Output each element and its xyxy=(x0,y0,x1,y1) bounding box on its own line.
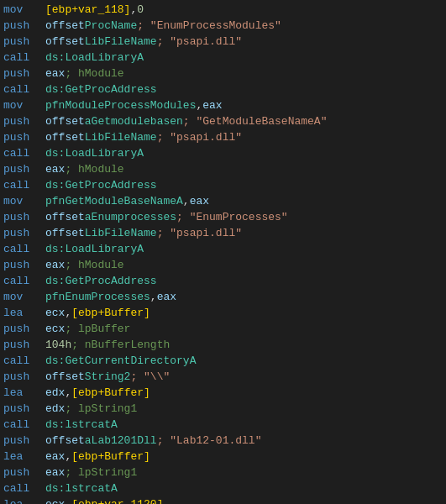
operand-part: eax xyxy=(45,67,65,80)
operand-part: offset xyxy=(45,131,85,144)
operand-part: offset xyxy=(45,19,85,32)
mnemonic: call xyxy=(3,83,45,96)
operand-part: ds:GetProcAddress xyxy=(45,179,157,192)
mnemonic: mov xyxy=(3,99,45,112)
operand-part: eax xyxy=(45,466,65,479)
operand-part: ; hModule xyxy=(65,67,123,80)
mnemonic: call xyxy=(3,179,45,192)
table-row: call ds:LoadLibraryA xyxy=(0,147,446,163)
table-row: mov pfnGetModuleBaseNameA, eax xyxy=(0,195,446,211)
operand-part: , xyxy=(65,450,71,463)
operand-part: pfnEnumProcesses xyxy=(45,291,150,303)
operand-part: offset xyxy=(45,370,85,383)
operand-part: [ebp+Buffer] xyxy=(71,307,150,319)
operand-part: ; "psapi.dll" xyxy=(157,131,242,144)
operand-part: ds:LoadLibraryA xyxy=(45,147,144,160)
mnemonic: call xyxy=(3,51,45,64)
operand-part: ds:LoadLibraryA xyxy=(45,243,144,255)
operand-part: LibFileName xyxy=(85,227,157,239)
operand-part: edx xyxy=(45,402,65,415)
operand-part: ProcName xyxy=(85,19,137,32)
mnemonic: push xyxy=(3,131,45,144)
operand-part: ecx xyxy=(45,323,65,335)
table-row: push offset LibFileName ; "psapi.dll" xyxy=(0,131,446,147)
operand-part: ds:LoadLibraryA xyxy=(45,51,144,64)
table-row: lea eax, [ebp+Buffer] xyxy=(0,450,446,466)
table-row: mov pfnModuleProcessModules, eax xyxy=(0,99,446,115)
table-row: push offset aEnumprocesses ; "EnumProces… xyxy=(0,211,446,227)
operand-part: edx xyxy=(45,386,65,399)
operand-part: ; "psapi.dll" xyxy=(157,227,242,239)
mnemonic: push xyxy=(3,323,45,335)
operand-part: [ebp+var_118] xyxy=(45,3,130,16)
table-row: mov pfnEnumProcesses, eax xyxy=(0,291,446,307)
table-row: call ds:LoadLibraryA xyxy=(0,51,446,67)
operand-part: pfnModuleProcessModules xyxy=(45,99,196,112)
mnemonic: mov xyxy=(3,3,45,16)
table-row: push ecx ; lpBuffer xyxy=(0,323,446,339)
mnemonic: call xyxy=(3,243,45,255)
table-row: call ds:lstrcatA xyxy=(0,482,446,498)
mnemonic: lea xyxy=(3,498,45,504)
operand-part: [ebp+Buffer] xyxy=(71,450,150,463)
operand-part: eax xyxy=(190,195,209,207)
mnemonic: lea xyxy=(3,307,45,319)
table-row: call ds:GetProcAddress xyxy=(0,179,446,195)
operand-part: , xyxy=(65,307,71,319)
mnemonic: push xyxy=(3,163,45,176)
operand-part: , xyxy=(150,291,157,303)
table-row: push offset LibFileName ; "psapi.dll" xyxy=(0,227,446,243)
operand-part: aLab1201Dll xyxy=(85,434,157,447)
table-row: call ds:LoadLibraryA xyxy=(0,243,446,259)
table-row: push offset LibFileName ; "psapi.dll" xyxy=(0,35,446,51)
operand-part: , xyxy=(65,386,71,399)
table-row: lea ecx, [ebp+Buffer] xyxy=(0,307,446,323)
operand-part: ds:lstrcatA xyxy=(45,418,118,431)
operand-part: aEnumprocesses xyxy=(85,211,176,223)
operand-part: ds:GetCurrentDirectoryA xyxy=(45,354,196,367)
mnemonic: call xyxy=(3,275,45,287)
operand-part: offset xyxy=(45,227,85,239)
operand-part: LibFileName xyxy=(85,131,157,144)
table-row: call ds:lstrcatA xyxy=(0,418,446,434)
mnemonic: push xyxy=(3,227,45,239)
operand-part: ecx xyxy=(45,498,65,504)
operand-part: aGetmodulebasen xyxy=(85,115,183,128)
operand-part: ecx xyxy=(45,307,65,319)
operand-part: , xyxy=(65,498,71,504)
table-row: push offset ProcName ; "EnumProcessModul… xyxy=(0,19,446,35)
operand-part: , xyxy=(130,3,137,16)
operand-part: eax xyxy=(157,291,176,303)
operand-part: [ebp+Buffer] xyxy=(71,386,150,399)
mnemonic: push xyxy=(3,402,45,415)
operand-part: ; "EnumProcesses" xyxy=(176,211,288,223)
mnemonic: push xyxy=(3,466,45,479)
operand-part: ; nBufferLength xyxy=(71,339,170,351)
table-row: push offset aLab1201Dll ; "Lab12-01.dll" xyxy=(0,434,446,450)
mnemonic: push xyxy=(3,259,45,271)
operand-part: ; "GetModuleBaseNameA" xyxy=(183,115,328,128)
operand-part: offset xyxy=(45,434,85,447)
operand-part: pfnGetModuleBaseNameA xyxy=(45,195,183,207)
table-row: push eax ; lpString1 xyxy=(0,466,446,482)
mnemonic: call xyxy=(3,418,45,431)
operand-part: eax xyxy=(202,99,222,112)
table-row: call ds:GetProcAddress xyxy=(0,83,446,99)
mnemonic: call xyxy=(3,147,45,160)
operand-part: 104h xyxy=(45,339,71,351)
operand-part: eax xyxy=(45,259,65,271)
operand-part: eax xyxy=(45,450,65,463)
operand-part: offset xyxy=(45,211,85,223)
table-row: lea edx, [ebp+Buffer] xyxy=(0,386,446,402)
operand-part: eax xyxy=(45,163,65,176)
operand-part: ds:lstrcatA xyxy=(45,482,118,495)
code-view: mov [ebp+var_118], 0push offset ProcName… xyxy=(0,0,446,504)
table-row: push 104h ; nBufferLength xyxy=(0,339,446,354)
mnemonic: push xyxy=(3,339,45,351)
operand-part: 0 xyxy=(137,3,144,16)
table-row: push eax ; hModule xyxy=(0,163,446,179)
table-row: push offset String2 ; "\\" xyxy=(0,370,446,386)
operand-part: ds:GetProcAddress xyxy=(45,83,157,96)
mnemonic: push xyxy=(3,67,45,80)
operand-part: offset xyxy=(45,35,85,48)
